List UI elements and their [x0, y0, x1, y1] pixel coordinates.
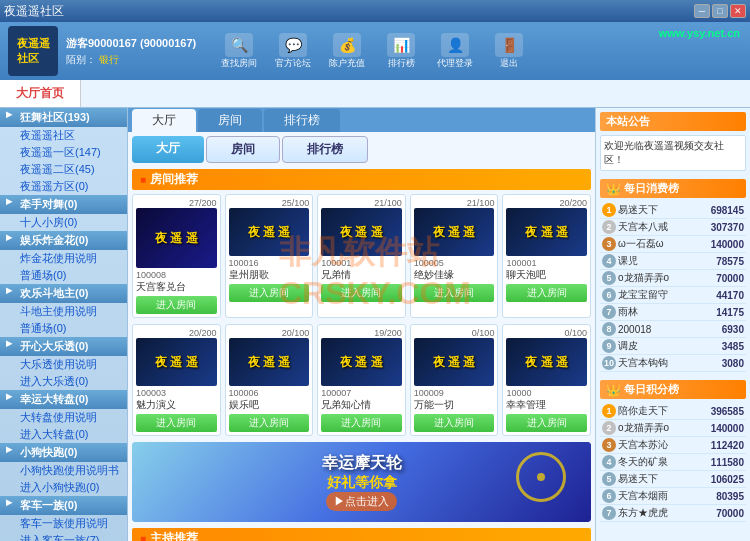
- rank-number: 3: [602, 237, 616, 251]
- room-id: 100006: [229, 388, 310, 398]
- room-banner-text: 夜 遥 遥: [155, 354, 198, 371]
- promo-banner[interactable]: 幸运摩天轮 好礼等你拿 ▶点击进入: [132, 442, 591, 522]
- rank-number: 4: [602, 254, 616, 268]
- sidebar-item[interactable]: 夜遥遥二区(45): [0, 161, 127, 178]
- rank-item: 6 龙宝宝留守 44170: [600, 287, 746, 304]
- room-banner-text: 夜 遥 遥: [340, 224, 383, 241]
- sidebar-item[interactable]: 普通场(0): [0, 320, 127, 337]
- sidebar-item[interactable]: 客车一族使用说明: [0, 515, 127, 532]
- icon-image: 📊: [387, 33, 415, 57]
- user-section: 游客90000167 (90000167) 陌别： 银行: [66, 36, 196, 67]
- rank-item: 6 天宫本烟雨 80395: [600, 488, 746, 505]
- rank-item: 8 200018 6930: [600, 321, 746, 338]
- room-banner-text: 夜 遥 遥: [340, 354, 383, 371]
- sidebar-item[interactable]: 大转盘使用说明: [0, 409, 127, 426]
- room-id: 10000: [506, 388, 587, 398]
- icon-image: 🚪: [495, 33, 523, 57]
- room-count: 20/200: [136, 328, 217, 338]
- sidebar-item[interactable]: 进入大乐透(0): [0, 373, 127, 390]
- sidebar-item[interactable]: 斗地主使用说明: [0, 303, 127, 320]
- rank-score: 112420: [711, 440, 744, 451]
- rank-number: 3: [602, 438, 616, 452]
- tab-rooms[interactable]: 房间: [198, 109, 262, 132]
- room-id: 100009: [414, 388, 495, 398]
- tab-ranking[interactable]: 排行榜: [264, 109, 340, 132]
- room-name: 皇州朋歌: [229, 268, 310, 282]
- enter-room-button[interactable]: 进入房间: [229, 414, 310, 432]
- consumption-rank-list: 1 易迷天下 698145 2 天宫本八戒 307370 3 ω一石磊ω 140…: [600, 202, 746, 372]
- enter-room-button[interactable]: 进入房间: [414, 414, 495, 432]
- sidebar-item[interactable]: 十人小房(0): [0, 214, 127, 231]
- enter-room-button[interactable]: 进入房间: [136, 414, 217, 432]
- room-card: 20/100 夜 遥 遥 100006 娱乐吧 进入房间: [225, 324, 314, 436]
- rank-item: 2 o龙猫弄弄o 140000: [600, 420, 746, 437]
- sidebar-item[interactable]: 进入大转盘(0): [0, 426, 127, 443]
- maximize-button[interactable]: □: [712, 4, 728, 18]
- room-card: 21/100 夜 遥 遥 100001 兄弟情 进入房间: [317, 194, 406, 318]
- rank-number: 7: [602, 506, 616, 520]
- enter-room-button[interactable]: 进入房间: [321, 284, 402, 302]
- sidebar-item[interactable]: 夜遥遥方区(0): [0, 178, 127, 195]
- enter-room-button[interactable]: 进入房间: [506, 414, 587, 432]
- subtab-ranking[interactable]: 排行榜: [282, 136, 368, 163]
- nav-tabs: 大厅首页: [0, 80, 750, 108]
- rank-score: 140000: [711, 239, 744, 250]
- sidebar-section-header[interactable]: 幸运大转盘(0): [0, 390, 127, 409]
- subtab-hall[interactable]: 大厅: [132, 136, 204, 163]
- sidebar-item[interactable]: 进入客车一族(7): [0, 532, 127, 541]
- rank-name: 易迷天下: [618, 203, 711, 217]
- enter-room-button[interactable]: 进入房间: [136, 296, 217, 314]
- room-banner: 夜 遥 遥: [321, 208, 402, 256]
- promo-cta[interactable]: ▶点击进入: [326, 492, 397, 511]
- room-count: 21/100: [321, 198, 402, 208]
- room-id: 100007: [321, 388, 402, 398]
- header-icon-排行榜[interactable]: 📊排行榜: [376, 29, 426, 73]
- enter-room-button[interactable]: 进入房间: [321, 414, 402, 432]
- room-card: 21/100 夜 遥 遥 100005 绝妙佳缘 进入房间: [410, 194, 499, 318]
- hall-content: 大厅 房间 排行榜 房间推荐 27/200 夜 遥 遥 100008 天宫客兑台…: [128, 132, 595, 541]
- minimize-button[interactable]: ─: [694, 4, 710, 18]
- sidebar-section-header[interactable]: 开心大乐透(0): [0, 337, 127, 356]
- sidebar-item[interactable]: 夜遥遥社区: [0, 127, 127, 144]
- header-icon-官方论坛[interactable]: 💬官方论坛: [268, 29, 318, 73]
- room-count: 27/200: [136, 198, 217, 208]
- sidebar-item[interactable]: 进入小狗快跑(0): [0, 479, 127, 496]
- header-icon-代理登录[interactable]: 👤代理登录: [430, 29, 480, 73]
- rank-number: 5: [602, 472, 616, 486]
- enter-room-button[interactable]: 进入房间: [414, 284, 495, 302]
- sidebar-section-header[interactable]: 欢乐斗地主(0): [0, 284, 127, 303]
- sidebar-section-header[interactable]: 客车一族(0): [0, 496, 127, 515]
- close-button[interactable]: ✕: [730, 4, 746, 18]
- nav-tab-hall[interactable]: 大厅首页: [0, 80, 81, 107]
- right-panel: 本站公告 欢迎光临夜遥遥视频交友社区！ 👑 每日消费榜 1 易迷天下 69814…: [595, 108, 750, 541]
- room-card: 19/200 夜 遥 遥 100007 兄弟知心情 进入房间: [317, 324, 406, 436]
- rank-score: 70000: [716, 508, 744, 519]
- sidebar-item[interactable]: 大乐透使用说明: [0, 356, 127, 373]
- rank-item: 10 天宫本钩钩 3080: [600, 355, 746, 372]
- sidebar-item[interactable]: 夜遥遥一区(147): [0, 144, 127, 161]
- header-icon-查找房间[interactable]: 🔍查找房间: [214, 29, 264, 73]
- header-icon-退出[interactable]: 🚪退出: [484, 29, 534, 73]
- sidebar-item[interactable]: 小狗快跑使用说明书: [0, 462, 127, 479]
- sidebar-section-header[interactable]: 小狗快跑(0): [0, 443, 127, 462]
- rank-item: 3 ω一石磊ω 140000: [600, 236, 746, 253]
- host-section-header: 主持推荐: [132, 528, 591, 541]
- rank-item: 5 易迷天下 106025: [600, 471, 746, 488]
- tab-hall[interactable]: 大厅: [132, 109, 196, 132]
- sidebar-item[interactable]: 炸金花使用说明: [0, 250, 127, 267]
- room-banner: 夜 遥 遥: [136, 208, 217, 268]
- sidebar-item[interactable]: 普通场(0): [0, 267, 127, 284]
- enter-room-button[interactable]: 进入房间: [506, 284, 587, 302]
- content-area: 大厅 房间 排行榜 大厅 房间 排行榜 房间推荐 27/200: [128, 108, 595, 541]
- rank-name: 天宫本八戒: [618, 220, 711, 234]
- header-icon-陈户充值[interactable]: 💰陈户充值: [322, 29, 372, 73]
- sidebar-section-header[interactable]: 娱乐炸金花(0): [0, 231, 127, 250]
- subtab-rooms[interactable]: 房间: [206, 136, 280, 163]
- icon-label: 陈户充值: [329, 57, 365, 70]
- enter-room-button[interactable]: 进入房间: [229, 284, 310, 302]
- rank-number: 4: [602, 455, 616, 469]
- room-count: 20/100: [229, 328, 310, 338]
- rank-name: 雨林: [618, 305, 716, 319]
- sidebar-section-header[interactable]: 狂舞社区(193): [0, 108, 127, 127]
- sidebar-section-header[interactable]: 牵手对舞(0): [0, 195, 127, 214]
